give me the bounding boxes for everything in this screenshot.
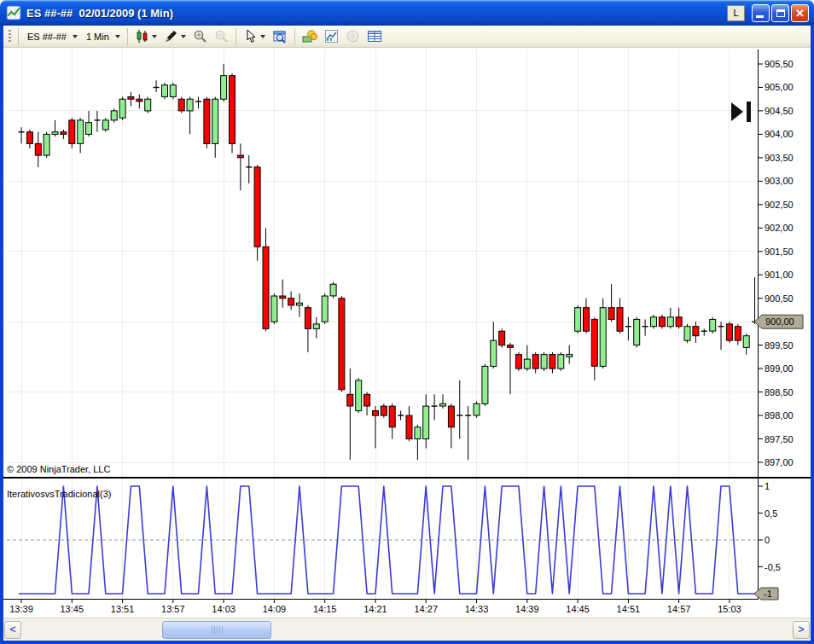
time-axis-label: 14:45 [566,604,590,614]
candle [752,277,758,324]
candle-body-down [137,99,142,102]
chevron-left-icon: < [9,624,15,635]
candle [406,406,412,441]
candle [94,111,100,132]
price-axis-label: 899,50 [765,340,794,351]
candle [69,118,75,148]
data-grid-button[interactable] [363,27,386,46]
time-axis-label: 13:39 [9,604,33,614]
close-button[interactable]: ✕ [791,4,809,22]
scrollbar-track[interactable] [22,620,792,640]
maximize-button[interactable] [771,4,789,22]
instrument-selector[interactable]: ES ##-## [22,27,81,46]
candle [558,352,564,371]
panel-divider[interactable] [0,477,814,479]
candle [701,328,707,335]
candle [432,394,438,420]
price-axis-label: 901,00 [765,270,794,280]
zoom-in-button[interactable] [189,27,211,46]
candle-body-down [676,317,682,327]
candle [230,73,235,153]
candle [19,127,25,143]
zoom-out-icon [214,29,229,44]
indicator-value-tag-label: -1 [764,589,772,599]
chart-style-button[interactable] [131,27,160,46]
price-axis-label: 899,00 [765,363,794,374]
price-axis-label: 897,50 [765,434,794,444]
candle [423,394,429,448]
last-price-tag-label: 900,00 [765,316,794,327]
candle-body-up [684,327,690,341]
candle-body-down [508,345,514,348]
candle-body-down [305,308,311,329]
candle-body-down [373,411,379,416]
candle [52,120,58,136]
go-to-last-icon[interactable] [747,102,751,122]
candle-body-down [230,76,235,144]
time-axis-label: 13:45 [61,604,84,614]
candle [575,305,581,334]
candle-body-up [111,111,117,120]
candle [111,108,117,123]
chart-canvas[interactable]: 905,50905,00904,50904,00903,50903,00902,… [0,48,814,618]
horizontal-scrollbar[interactable]: < > [3,618,811,641]
chart-area[interactable]: 905,50905,00904,50904,00903,50903,00902,… [0,48,814,618]
candle [617,299,623,334]
minimize-button[interactable] [752,4,770,22]
candle-body-down [448,406,454,427]
close-icon: ✕ [795,8,805,19]
go-to-last-icon[interactable] [731,102,743,121]
candle [456,380,462,439]
candle-body-up [415,427,421,439]
interval-selector[interactable]: 1 Min [81,27,124,46]
candle [373,406,379,448]
candle [288,292,294,310]
draw-tool-button[interactable] [160,27,189,46]
scroll-right-button[interactable]: > [793,621,810,639]
price-axis-label: 904,00 [765,129,794,139]
candle-body-up [482,366,488,403]
chevron-right-icon: > [798,624,804,635]
toolbar-grip-handle[interactable] [9,30,11,44]
candle [710,317,716,334]
candle-body-down [499,331,505,345]
candle [254,165,260,261]
candle-body-down [381,406,387,415]
scrollbar-thumb[interactable] [162,621,271,639]
candle [625,317,631,341]
indicator-axis-label: 1 [765,481,770,491]
candle [339,296,345,392]
price-axis-label: 902,50 [765,200,794,210]
candle [743,334,749,355]
link-button[interactable]: L [727,5,745,21]
candle [280,280,286,308]
titlebar[interactable]: ES ##-## 02/01/2009 (1 Min) L ✕ [0,0,814,26]
minimize-icon [756,15,764,18]
interval-label: 1 Min [86,32,109,42]
toolbar-separator [294,28,295,45]
candle [119,97,125,120]
candle-body-down [532,355,538,369]
chart-trader-button[interactable] [321,27,342,46]
time-axis-label: 14:03 [212,604,235,614]
candle-body-up [313,324,319,329]
candle [667,308,673,329]
candle [584,299,590,334]
candle [154,80,160,92]
scroll-left-button[interactable]: < [4,621,21,639]
time-axis-label: 14:39 [515,604,539,614]
candle-body-up [86,123,92,135]
cursor-button[interactable] [240,27,269,46]
candle-body-down [263,247,269,328]
time-axis-label: 14:21 [363,604,387,614]
data-box-button[interactable] [269,27,291,46]
candle-body-up [162,85,168,97]
candle-body-down [178,99,184,111]
candle-body-down [280,296,286,299]
time-axis-label: 14:33 [465,604,489,614]
trade-button[interactable] [299,27,321,46]
candle-body-up [187,99,193,111]
candle-body-up [743,336,749,348]
window-border-left [0,24,3,644]
candle-body-up [330,284,336,296]
